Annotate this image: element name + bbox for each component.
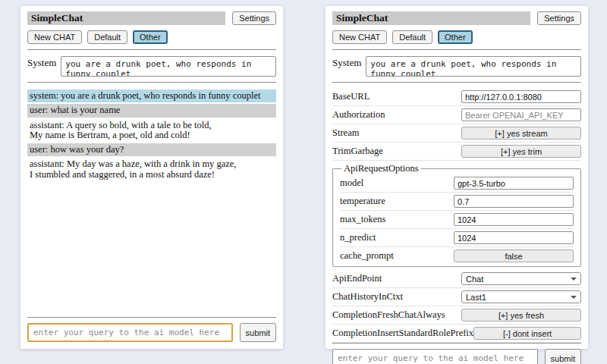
settings-row: ApiEndPoint Chat xyxy=(332,270,581,288)
temperature-label: temperature xyxy=(340,196,385,207)
max-tokens-input[interactable] xyxy=(454,213,574,226)
settings-button[interactable]: Settings xyxy=(232,11,276,25)
model-label: model xyxy=(340,177,363,189)
settings-row: max_tokens xyxy=(340,211,574,229)
session-other-button[interactable]: Other xyxy=(133,30,168,44)
app-header: SimpleChat Settings xyxy=(27,11,276,25)
chat-message-user: user: how was your day? xyxy=(27,143,276,156)
query-input[interactable] xyxy=(332,349,538,364)
authorization-label: Authorization xyxy=(332,109,385,121)
system-prompt-input[interactable]: you are a drunk poet, who responds in fu… xyxy=(366,56,581,77)
query-input[interactable] xyxy=(27,323,233,342)
settings-row: temperature xyxy=(340,193,574,211)
system-prompt-row: System you are a drunk poet, who respond… xyxy=(27,55,276,77)
authorization-input[interactable] xyxy=(461,108,581,121)
system-label: System xyxy=(332,56,361,68)
cache-prompt-toggle-button[interactable]: false xyxy=(454,249,574,262)
query-row: submit xyxy=(332,349,581,364)
completion-insert-standard-role-prefix-label: CompletionInsertStandardRolePrefix xyxy=(332,328,473,339)
settings-row: model xyxy=(340,174,574,193)
app-header: SimpleChat Settings xyxy=(332,11,581,25)
settings-row: cache_prompt false xyxy=(340,247,574,265)
settings-row: CompletionInsertStandardRolePrefix [-] d… xyxy=(332,325,581,343)
chat-history-selected-value: Last1 xyxy=(466,293,486,302)
session-other-button[interactable]: Other xyxy=(438,30,473,44)
settings-row: BaseURL xyxy=(332,88,581,106)
divider xyxy=(27,49,276,50)
settings-row: CompletionFreshChatAlways [+] yes fresh xyxy=(332,306,581,325)
app-title: SimpleChat xyxy=(31,12,83,24)
api-endpoint-label: ApiEndPoint xyxy=(332,273,382,284)
system-prompt-input[interactable]: you are a drunk poet, who responds in fu… xyxy=(61,56,276,77)
app-title: SimpleChat xyxy=(336,12,388,24)
chat-message-user: user: what is your name xyxy=(27,104,276,117)
completion-fresh-chat-always-toggle-button[interactable]: [+] yes fresh xyxy=(461,309,581,322)
api-request-options-fieldset: ApiRequestOptions model temperature max_… xyxy=(332,163,581,267)
temperature-input[interactable] xyxy=(454,195,574,208)
system-prompt-row: System you are a drunk poet, who respond… xyxy=(332,55,581,77)
api-endpoint-select[interactable]: Chat xyxy=(461,272,581,285)
n-predict-label: n_predict xyxy=(340,232,376,243)
query-area: submit xyxy=(27,317,276,342)
settings-row: ChatHistoryInCtxt Last1 xyxy=(332,288,581,306)
baseurl-input[interactable] xyxy=(461,90,581,103)
session-default-button[interactable]: Default xyxy=(87,30,127,44)
chat-history-in-ctxt-label: ChatHistoryInCtxt xyxy=(332,291,403,303)
chat-history-in-ctxt-select[interactable]: Last1 xyxy=(461,290,581,303)
desktop: SimpleChat Settings New CHAT Default Oth… xyxy=(0,0,607,364)
divider xyxy=(27,82,276,83)
stream-label: Stream xyxy=(332,127,359,139)
chevron-down-icon xyxy=(571,296,577,299)
api-request-options-legend: ApiRequestOptions xyxy=(341,163,421,174)
session-row: New CHAT Default Other xyxy=(332,30,581,44)
new-chat-button[interactable]: New CHAT xyxy=(332,30,387,44)
max-tokens-label: max_tokens xyxy=(340,214,385,225)
submit-button[interactable]: submit xyxy=(240,323,276,342)
submit-button[interactable]: submit xyxy=(545,349,581,364)
new-chat-button[interactable]: New CHAT xyxy=(27,30,82,44)
system-label: System xyxy=(27,56,56,68)
api-endpoint-selected-value: Chat xyxy=(466,275,483,284)
settings-panel: SimpleChat Settings New CHAT Default Oth… xyxy=(326,6,588,349)
session-default-button[interactable]: Default xyxy=(392,30,432,44)
chat-message-assistant: assistant: A query so bold, with a tale … xyxy=(27,119,276,143)
chat-message-assistant: assistant: My day was a haze, with a dri… xyxy=(27,158,276,181)
app-title-bar: SimpleChat xyxy=(332,11,530,25)
settings-row: n_predict xyxy=(340,229,574,247)
settings-row: Stream [+] yes stream xyxy=(332,124,581,143)
chat-message-list: system: you are a drunk poet, who respon… xyxy=(27,89,276,183)
divider xyxy=(332,343,581,344)
query-row: submit xyxy=(27,323,276,342)
divider xyxy=(332,82,581,83)
query-area: submit xyxy=(332,343,581,364)
settings-button[interactable]: Settings xyxy=(537,11,581,25)
completion-insert-standard-role-prefix-toggle-button[interactable]: [-] dont insert xyxy=(473,327,581,340)
settings-row: Authorization xyxy=(332,106,581,124)
trimgarbage-toggle-button[interactable]: [+] yes trim xyxy=(461,145,581,158)
settings-list: BaseURL Authorization Stream [+] yes str… xyxy=(332,88,581,343)
chat-message-system: system: you are a drunk poet, who respon… xyxy=(27,89,276,102)
divider xyxy=(332,49,581,50)
trimgarbage-label: TrimGarbage xyxy=(332,146,383,157)
model-input[interactable] xyxy=(454,177,574,190)
cache-prompt-label: cache_prompt xyxy=(340,250,394,262)
chat-panel: SimpleChat Settings New CHAT Default Oth… xyxy=(20,6,283,349)
stream-toggle-button[interactable]: [+] yes stream xyxy=(461,127,581,140)
n-predict-input[interactable] xyxy=(454,231,574,244)
settings-row: TrimGarbage [+] yes trim xyxy=(332,143,581,161)
divider xyxy=(27,317,276,318)
session-row: New CHAT Default Other xyxy=(27,30,276,44)
app-title-bar: SimpleChat xyxy=(27,11,225,25)
baseurl-label: BaseURL xyxy=(332,91,370,102)
chevron-down-icon xyxy=(571,278,577,281)
completion-fresh-chat-always-label: CompletionFreshChatAlways xyxy=(332,309,445,321)
